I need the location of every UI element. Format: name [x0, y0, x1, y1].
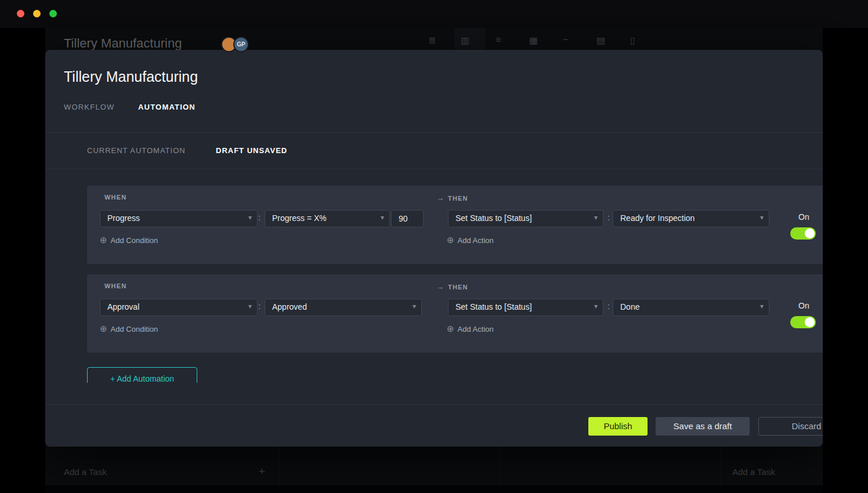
chevron-down-icon: ▾ — [248, 302, 252, 310]
select-value: Approval — [107, 302, 139, 311]
select-value: Approved — [272, 302, 307, 311]
add-condition-button[interactable]: ⊕Add Condition — [100, 324, 158, 334]
avatar[interactable]: GP — [233, 37, 249, 52]
action-value-select[interactable]: Done ▾ — [613, 299, 769, 316]
action-type-select[interactable]: Set Status to [Status] ▾ — [448, 299, 603, 316]
then-label: →THEN — [436, 282, 468, 291]
tab-automation[interactable]: AUTOMATION — [138, 103, 196, 111]
select-value: Set Status to [Status] — [455, 302, 532, 311]
chevron-down-icon: ▾ — [760, 213, 764, 222]
subtab-draft-unsaved[interactable]: DRAFT UNSAVED — [216, 146, 287, 155]
toggle-knob — [805, 229, 815, 238]
avatar-initials: GP — [237, 41, 245, 48]
colon-separator: : — [607, 302, 610, 311]
save-as-draft-button[interactable]: Save as a draft — [656, 417, 750, 436]
colon-separator: : — [258, 302, 261, 311]
chevron-down-icon: ▾ — [594, 302, 598, 310]
divider — [45, 404, 823, 405]
condition-field-select[interactable]: Approval ▾ — [100, 299, 258, 316]
when-label: WHEN — [104, 194, 126, 201]
chevron-down-icon: ▾ — [594, 213, 598, 222]
publish-button[interactable]: Publish — [588, 417, 648, 436]
zoom-window-button[interactable] — [49, 10, 57, 17]
chevron-down-icon: ▾ — [760, 302, 764, 310]
colon-separator: : — [607, 213, 610, 222]
toggle-state-label: On — [798, 301, 809, 310]
add-condition-button[interactable]: ⊕Add Condition — [100, 235, 158, 245]
macos-titlebar — [0, 0, 868, 28]
toggle-knob — [805, 317, 815, 327]
add-action-button[interactable]: ⊕Add Action — [447, 235, 494, 245]
rule-enabled-toggle[interactable] — [790, 316, 816, 328]
subtab-current-automation[interactable]: CURRENT AUTOMATION — [87, 146, 186, 155]
automation-rule-card: WHEN →THEN Approval ▾ : Approved ▾ Set S… — [87, 274, 823, 353]
divider — [45, 132, 823, 133]
rule-enabled-toggle[interactable] — [790, 227, 816, 240]
toggle-state-label: On — [798, 212, 809, 222]
close-window-button[interactable] — [17, 10, 24, 17]
condition-value-input[interactable] — [391, 210, 424, 227]
add-action-button[interactable]: ⊕Add Action — [447, 324, 494, 334]
plus-circle-icon: ⊕ — [447, 324, 454, 334]
plus-circle-icon: ⊕ — [100, 324, 107, 334]
tab-workflow[interactable]: WORKFLOW — [64, 103, 115, 111]
plus-circle-icon: ⊕ — [100, 235, 107, 245]
chevron-down-icon: ▾ — [413, 302, 416, 310]
then-label: →THEN — [436, 194, 468, 202]
select-value: Set Status to [Status] — [455, 213, 532, 223]
colon-separator: : — [258, 213, 261, 222]
modal-title: Tillery Manufacturing — [64, 68, 198, 85]
arrow-right-icon: → — [436, 194, 444, 202]
minimize-window-button[interactable] — [33, 10, 41, 17]
condition-field-select[interactable]: Progress ▾ — [100, 210, 258, 227]
chevron-down-icon: ▾ — [248, 213, 252, 222]
select-value: Progress — [107, 213, 140, 223]
action-type-select[interactable]: Set Status to [Status] ▾ — [448, 210, 603, 227]
plus-circle-icon: ⊕ — [447, 235, 454, 245]
automation-rule-card: WHEN →THEN Progress ▾ : Progress = X% ▾ … — [87, 186, 823, 264]
arrow-right-icon: → — [436, 282, 444, 291]
automation-modal: Tillery Manufacturing WORKFLOW AUTOMATIO… — [45, 50, 823, 447]
screen: Tillery Manufacturing GP ≣ ▥ ≡ ▦ ~ ▤ ▯ A… — [0, 0, 868, 493]
select-value: Progress = X% — [272, 213, 327, 223]
when-label: WHEN — [104, 282, 126, 289]
add-automation-button[interactable]: + Add Automation — [87, 367, 197, 383]
select-value: Done — [620, 302, 639, 311]
select-value: Ready for Inspection — [620, 213, 695, 223]
condition-operator-select[interactable]: Progress = X% ▾ — [265, 210, 390, 227]
automation-rules-scroll-area[interactable]: WHEN →THEN Progress ▾ : Progress = X% ▾ … — [45, 169, 823, 383]
action-value-select[interactable]: Ready for Inspection ▾ — [613, 210, 769, 227]
chevron-down-icon: ▾ — [381, 213, 384, 222]
discard-draft-button[interactable]: Discard draft — [758, 417, 823, 436]
condition-operator-select[interactable]: Approved ▾ — [265, 299, 422, 316]
